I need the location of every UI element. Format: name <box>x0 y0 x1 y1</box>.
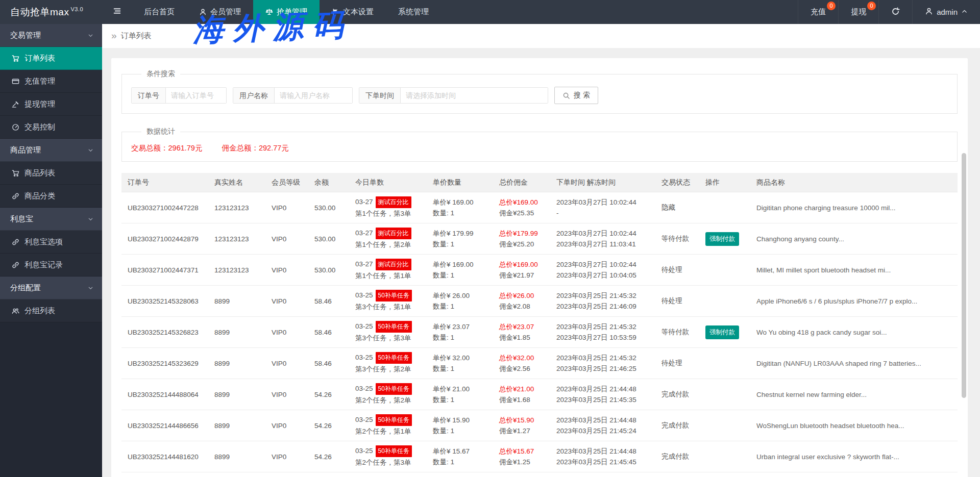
real-name-cell: 8899 <box>208 391 265 398</box>
total-price: 总价¥169.00 <box>499 197 545 208</box>
menu-toggle[interactable] <box>102 0 132 24</box>
action-cell: 强制付款 <box>699 232 750 246</box>
daily-date-line: 03-2550补单任务 <box>355 290 422 302</box>
table-row: UB23032521444866568899VIP054.2603-2550补单… <box>121 410 958 441</box>
vip-level-cell: VIP0 <box>265 297 308 305</box>
screen: 自动抢单max V3.0 后台首页会员管理抢单管理文本设置系统管理 充值 0 提… <box>0 0 980 477</box>
user-menu[interactable]: admin <box>912 0 980 24</box>
withdraw-button[interactable]: 提现 0 <box>838 0 878 24</box>
nav-item-3[interactable]: 文本设置 <box>320 0 386 24</box>
force-pay-button[interactable]: 强制付款 <box>705 232 739 246</box>
order-time: 2023年03月25日 21:44:48 <box>556 415 650 425</box>
status-cell: 等待付款 <box>655 328 699 337</box>
unit-price: 单价¥ 32.00 <box>433 353 488 363</box>
total-price: 总价¥26.00 <box>499 290 545 301</box>
total-commission-cell: 总价¥21.00佣金¥1.68 <box>493 384 550 405</box>
table-row: UB2303271002447228123123123VIP0530.0003-… <box>121 192 958 223</box>
username-input[interactable] <box>275 88 352 103</box>
refresh-icon <box>891 7 900 17</box>
hamburger-icon <box>113 7 121 17</box>
quantity: 数量: 1 <box>433 457 488 467</box>
product-name-cell: Wo Yu obing 418 g pack candy sugar soi..… <box>750 329 958 336</box>
force-pay-button[interactable]: 强制付款 <box>705 325 739 339</box>
time-cell: 2023年03月25日 21:44:482023年03月25日 21:45:24 <box>550 415 655 436</box>
order-time: 2023年03月25日 21:44:48 <box>556 446 650 457</box>
search-legend: 条件搜索 <box>141 69 180 79</box>
sidebar-item-label: 商品分类 <box>24 191 55 201</box>
unfreeze-time: 2023年03月27日 10:53:59 <box>556 332 650 343</box>
daily-orders-cell: 03-2550补单任务第2个任务，第2单 <box>349 383 427 406</box>
task-type-badge: 50补单任务 <box>376 383 412 395</box>
sidebar-group-5[interactable]: 商品管理 <box>0 139 102 162</box>
total-price: 总价¥15.90 <box>499 415 545 425</box>
column-header-5: 单价数量 <box>427 178 493 187</box>
commission: 佣金¥2.56 <box>499 363 545 374</box>
commission-amount: 佣金总额：292.77元 <box>222 144 288 152</box>
time-cell: 2023年03月25日 21:45:322023年03月25日 21:46:09 <box>550 290 655 312</box>
unfreeze-time: 2023年03月25日 21:45:35 <box>556 394 650 405</box>
nav-item-2[interactable]: 抢单管理 <box>253 0 320 24</box>
price-qty-cell: 单价¥ 32.00数量: 1 <box>427 353 493 374</box>
unfreeze-time: 2023年03月25日 21:46:25 <box>556 363 650 374</box>
balance-cell: 58.46 <box>308 360 349 367</box>
sidebar-item-2[interactable]: 充值管理 <box>0 70 102 93</box>
real-name-cell: 123123123 <box>208 235 265 243</box>
sidebar-group-label: 利息宝 <box>10 214 33 224</box>
sidebar-item-9[interactable]: 利息宝选项 <box>0 231 102 254</box>
refresh-button[interactable] <box>878 0 912 24</box>
balance-cell: 54.26 <box>308 391 349 398</box>
order-time: 2023年03月25日 21:45:32 <box>556 353 650 363</box>
product-name-cell: Digititan phone charging treasure 10000 … <box>750 204 958 212</box>
status-cell: 待处理 <box>655 359 699 368</box>
real-name-cell: 8899 <box>208 453 265 461</box>
nav-item-1[interactable]: 会员管理 <box>187 0 253 24</box>
daily-orders-cell: 03-27测试百分比第1个任务，第3单 <box>349 196 427 219</box>
nav-item-label: 系统管理 <box>398 7 429 17</box>
sidebar-group-0[interactable]: 交易管理 <box>0 24 102 47</box>
main: » 订单列表 条件搜索 订单号 用户名称 <box>102 24 980 477</box>
search-icon <box>562 92 570 99</box>
content: 条件搜索 订单号 用户名称 下单时间 <box>102 48 980 477</box>
unit-price: 单价¥ 23.07 <box>433 321 488 332</box>
sidebar-item-1[interactable]: 订单列表 <box>0 47 102 70</box>
sidebar-item-4[interactable]: 交易控制 <box>0 116 102 139</box>
daily-date-line: 03-27测试百分比 <box>355 259 422 270</box>
daily-date: 03-27 <box>355 229 373 237</box>
task-progress: 第1个任务，第1单 <box>355 270 422 281</box>
daily-date-line: 03-27测试百分比 <box>355 228 422 239</box>
total-amount: 交易总额：2961.79元 <box>131 144 202 152</box>
sidebar-item-3[interactable]: 提现管理 <box>0 93 102 116</box>
sidebar-item-6[interactable]: 商品列表 <box>0 162 102 185</box>
column-header-7: 下单时间 解冻时间 <box>550 178 655 187</box>
sidebar-item-7[interactable]: 商品分类 <box>0 185 102 208</box>
real-name-cell: 8899 <box>208 329 265 336</box>
recharge-button[interactable]: 充值 0 <box>798 0 838 24</box>
nav-item-0[interactable]: 后台首页 <box>132 0 187 24</box>
nav-item-4[interactable]: 系统管理 <box>386 0 441 24</box>
scrollbar[interactable] <box>962 153 966 398</box>
sidebar-group-11[interactable]: 分组配置 <box>0 277 102 299</box>
sidebar-item-12[interactable]: 分组列表 <box>0 299 102 322</box>
real-name-cell: 8899 <box>208 360 265 367</box>
sidebar-group-8[interactable]: 利息宝 <box>0 208 102 231</box>
task-type-badge: 50补单任务 <box>376 445 412 457</box>
product-name-cell: Millet, MI millet sport bluetooth headse… <box>750 266 958 274</box>
real-name-cell: 123123123 <box>208 204 265 212</box>
balance-cell: 58.46 <box>308 297 349 305</box>
balance-cell: 58.46 <box>308 329 349 336</box>
order-time-input[interactable] <box>401 88 548 103</box>
search-button[interactable]: 搜 索 <box>554 87 598 104</box>
price-qty-cell: 单价¥ 179.99数量: 1 <box>427 228 493 249</box>
product-name-cell: WoShengLun bluetooth headset bluetooth h… <box>750 422 958 430</box>
link-icon <box>11 238 19 246</box>
sidebar-group-label: 分组配置 <box>10 283 41 293</box>
app-logo: 自动抢单max V3.0 <box>0 0 102 24</box>
total-commission-cell: 总价¥15.90佣金¥1.27 <box>493 415 550 436</box>
balance-cell: 54.26 <box>308 453 349 461</box>
order-number-cell: UB2303252145323629 <box>121 360 208 367</box>
order-no-input[interactable] <box>166 88 226 103</box>
sidebar-item-10[interactable]: 利息宝记录 <box>0 254 102 277</box>
real-name-cell: 8899 <box>208 422 265 430</box>
product-name-cell: Changhong anyang county... <box>750 235 958 243</box>
gavel-icon <box>11 101 19 108</box>
